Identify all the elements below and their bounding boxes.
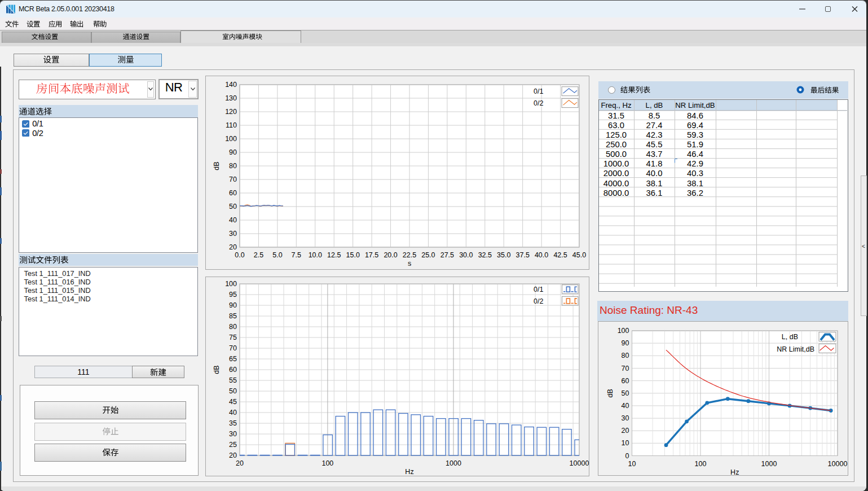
svg-text:40.0: 40.0 xyxy=(646,169,663,178)
svg-text:65: 65 xyxy=(229,355,237,363)
svg-text:45.5: 45.5 xyxy=(646,140,663,149)
svg-text:70: 70 xyxy=(622,365,629,372)
svg-text:42.9: 42.9 xyxy=(687,159,703,168)
svg-text:80: 80 xyxy=(229,323,237,331)
svg-text:dB: dB xyxy=(606,389,614,397)
svg-text:12.5: 12.5 xyxy=(327,251,341,259)
svg-text:30: 30 xyxy=(229,430,237,438)
svg-text:17.5: 17.5 xyxy=(365,251,378,259)
svg-text:60: 60 xyxy=(229,366,237,374)
svg-text:36.1: 36.1 xyxy=(646,188,663,197)
svg-text:84.6: 84.6 xyxy=(687,111,703,120)
svg-text:90: 90 xyxy=(229,301,237,309)
svg-text:15.0: 15.0 xyxy=(346,251,360,259)
svg-text:42.3: 42.3 xyxy=(646,130,663,139)
svg-text:69.4: 69.4 xyxy=(687,121,703,130)
svg-text:100: 100 xyxy=(321,459,333,467)
svg-text:46.4: 46.4 xyxy=(687,150,703,159)
svg-text:250.0: 250.0 xyxy=(606,140,627,149)
svg-text:8.5: 8.5 xyxy=(649,111,660,120)
svg-text:0/2: 0/2 xyxy=(534,99,543,107)
svg-text:90: 90 xyxy=(229,148,237,156)
svg-text:80: 80 xyxy=(622,352,629,360)
svg-text:dB: dB xyxy=(213,161,221,170)
svg-text:NR Limit,dB: NR Limit,dB xyxy=(777,345,814,353)
svg-text:80: 80 xyxy=(229,162,237,170)
svg-text:63.0: 63.0 xyxy=(608,121,624,130)
svg-text:20: 20 xyxy=(229,451,237,459)
svg-text:5.0: 5.0 xyxy=(272,251,282,259)
svg-text:51.9: 51.9 xyxy=(687,140,703,149)
svg-text:140: 140 xyxy=(225,81,237,89)
svg-text:95: 95 xyxy=(229,291,237,299)
svg-text:40: 40 xyxy=(622,402,629,410)
svg-text:10000: 10000 xyxy=(828,460,848,468)
svg-text:L, dB: L, dB xyxy=(646,101,663,109)
svg-text:1000: 1000 xyxy=(761,460,777,468)
svg-text:20.0: 20.0 xyxy=(384,251,397,259)
svg-text:2.5: 2.5 xyxy=(254,251,263,259)
svg-text:37.5: 37.5 xyxy=(516,251,530,259)
svg-text:10: 10 xyxy=(622,439,629,447)
svg-text:0: 0 xyxy=(625,452,629,460)
svg-text:100: 100 xyxy=(225,135,237,143)
svg-text:0/1: 0/1 xyxy=(534,87,543,95)
svg-text:75: 75 xyxy=(229,334,237,341)
svg-text:10: 10 xyxy=(628,460,636,468)
svg-text:42.5: 42.5 xyxy=(553,251,567,259)
svg-text:85: 85 xyxy=(229,312,237,320)
svg-text:22.5: 22.5 xyxy=(403,251,416,259)
svg-text:45: 45 xyxy=(229,398,237,406)
svg-text:55: 55 xyxy=(229,376,237,384)
svg-text:130: 130 xyxy=(225,94,237,102)
svg-text:45.0: 45.0 xyxy=(572,251,586,259)
svg-text:10.0: 10.0 xyxy=(309,251,322,259)
svg-text:2000.0: 2000.0 xyxy=(603,169,629,178)
svg-text:38.1: 38.1 xyxy=(687,178,703,187)
svg-text:1000.0: 1000.0 xyxy=(603,159,629,168)
svg-text:10000: 10000 xyxy=(570,459,589,467)
svg-text:35: 35 xyxy=(229,419,237,427)
svg-text:0/2: 0/2 xyxy=(534,297,543,305)
svg-text:40.0: 40.0 xyxy=(535,251,548,259)
svg-text:8000.0: 8000.0 xyxy=(603,188,629,197)
svg-text:20: 20 xyxy=(622,427,629,435)
svg-text:70: 70 xyxy=(229,176,237,183)
svg-text:0/1: 0/1 xyxy=(534,286,543,293)
svg-text:30: 30 xyxy=(622,414,629,422)
svg-text:32.5: 32.5 xyxy=(478,251,492,259)
svg-text:41.8: 41.8 xyxy=(646,159,663,168)
svg-text:40: 40 xyxy=(229,216,237,224)
svg-text:20: 20 xyxy=(229,243,237,251)
svg-text:31.5: 31.5 xyxy=(608,111,624,120)
svg-text:25: 25 xyxy=(229,441,237,449)
svg-text:7.5: 7.5 xyxy=(292,251,301,259)
svg-text:100: 100 xyxy=(225,280,237,288)
svg-text:500.0: 500.0 xyxy=(606,150,627,159)
svg-text:27.4: 27.4 xyxy=(646,121,663,130)
svg-text:90: 90 xyxy=(622,339,629,347)
svg-text:100: 100 xyxy=(695,460,707,468)
svg-text:25.0: 25.0 xyxy=(421,251,435,259)
svg-text:0.0: 0.0 xyxy=(235,251,244,259)
svg-text:40: 40 xyxy=(229,409,237,417)
svg-text:59.3: 59.3 xyxy=(687,130,703,139)
svg-text:4000.0: 4000.0 xyxy=(603,178,629,187)
svg-text:50: 50 xyxy=(229,387,237,395)
svg-text:120: 120 xyxy=(225,108,237,116)
svg-text:Hz: Hz xyxy=(730,468,739,476)
svg-text:100: 100 xyxy=(618,327,629,335)
svg-text:1000: 1000 xyxy=(446,459,461,467)
svg-text:L, dB: L, dB xyxy=(782,333,798,341)
svg-text:Freq., Hz: Freq., Hz xyxy=(601,101,631,109)
svg-text:110: 110 xyxy=(226,121,237,129)
svg-text:38.1: 38.1 xyxy=(646,178,663,187)
svg-text:Hz: Hz xyxy=(405,468,413,476)
svg-text:NR Limit,dB: NR Limit,dB xyxy=(675,101,715,109)
svg-text:36.2: 36.2 xyxy=(687,188,703,197)
svg-text:50: 50 xyxy=(622,389,629,397)
svg-text:27.5: 27.5 xyxy=(440,251,454,259)
svg-text:20: 20 xyxy=(236,459,244,467)
svg-text:s: s xyxy=(408,260,411,268)
svg-text:dB: dB xyxy=(213,365,221,374)
